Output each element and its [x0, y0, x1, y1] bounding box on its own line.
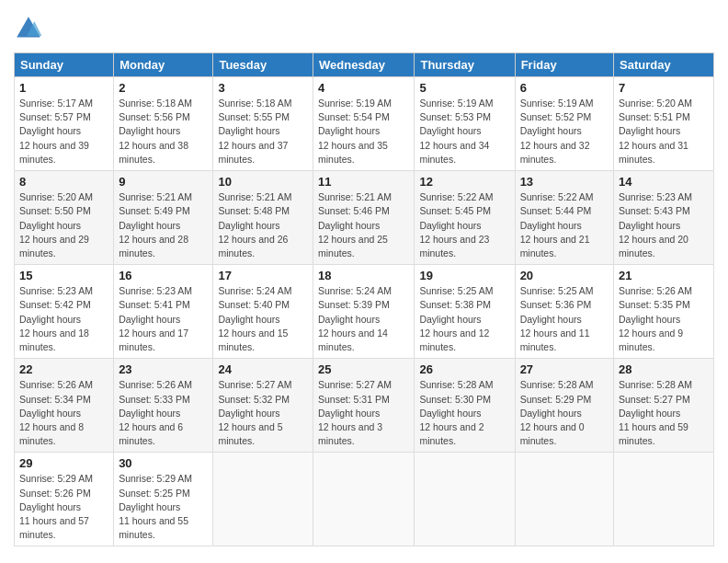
day-info: Sunrise: 5:23 AM Sunset: 5:43 PM Dayligh…	[619, 190, 709, 260]
day-number: 25	[318, 362, 409, 376]
calendar-cell: 25 Sunrise: 5:27 AM Sunset: 5:31 PM Dayl…	[313, 359, 415, 453]
calendar-week-row: 29 Sunrise: 5:29 AM Sunset: 5:26 PM Dayl…	[15, 453, 714, 546]
day-info: Sunrise: 5:23 AM Sunset: 5:42 PM Dayligh…	[19, 284, 108, 354]
day-info: Sunrise: 5:21 AM Sunset: 5:49 PM Dayligh…	[119, 190, 208, 260]
day-info: Sunrise: 5:23 AM Sunset: 5:41 PM Dayligh…	[119, 284, 208, 354]
day-number: 14	[619, 175, 709, 189]
calendar-cell: 22 Sunrise: 5:26 AM Sunset: 5:34 PM Dayl…	[15, 359, 114, 453]
day-number: 20	[520, 269, 609, 282]
calendar-cell	[515, 453, 613, 546]
day-number: 30	[119, 456, 208, 470]
calendar-cell: 24 Sunrise: 5:27 AM Sunset: 5:32 PM Dayl…	[213, 359, 313, 453]
day-number: 12	[419, 175, 509, 189]
day-info: Sunrise: 5:18 AM Sunset: 5:55 PM Dayligh…	[218, 97, 308, 167]
day-info: Sunrise: 5:19 AM Sunset: 5:53 PM Dayligh…	[419, 97, 509, 167]
day-info: Sunrise: 5:19 AM Sunset: 5:54 PM Dayligh…	[318, 97, 409, 167]
day-info: Sunrise: 5:29 AM Sunset: 5:26 PM Dayligh…	[19, 472, 108, 542]
calendar-cell: 26 Sunrise: 5:28 AM Sunset: 5:30 PM Dayl…	[415, 359, 515, 453]
day-info: Sunrise: 5:27 AM Sunset: 5:31 PM Dayligh…	[318, 378, 409, 448]
calendar-cell: 13 Sunrise: 5:22 AM Sunset: 5:44 PM Dayl…	[515, 171, 613, 265]
calendar-cell: 11 Sunrise: 5:21 AM Sunset: 5:46 PM Dayl…	[313, 171, 415, 265]
day-header: Tuesday	[213, 53, 313, 77]
calendar-cell: 14 Sunrise: 5:23 AM Sunset: 5:43 PM Dayl…	[614, 171, 714, 265]
day-header: Monday	[114, 53, 213, 77]
logo-icon	[14, 14, 43, 43]
day-number: 21	[619, 269, 709, 282]
calendar-cell: 29 Sunrise: 5:29 AM Sunset: 5:26 PM Dayl…	[15, 453, 114, 546]
day-number: 28	[619, 362, 709, 376]
calendar-header-row: SundayMondayTuesdayWednesdayThursdayFrid…	[15, 53, 714, 77]
calendar-week-row: 8 Sunrise: 5:20 AM Sunset: 5:50 PM Dayli…	[15, 171, 714, 265]
day-header: Sunday	[15, 53, 114, 77]
calendar-cell: 2 Sunrise: 5:18 AM Sunset: 5:56 PM Dayli…	[114, 77, 213, 171]
day-number: 19	[419, 269, 509, 282]
day-number: 23	[119, 362, 208, 376]
day-number: 27	[520, 362, 609, 376]
day-info: Sunrise: 5:22 AM Sunset: 5:44 PM Dayligh…	[520, 190, 609, 260]
day-info: Sunrise: 5:26 AM Sunset: 5:35 PM Dayligh…	[619, 284, 709, 354]
day-info: Sunrise: 5:18 AM Sunset: 5:56 PM Dayligh…	[119, 97, 208, 167]
day-info: Sunrise: 5:24 AM Sunset: 5:40 PM Dayligh…	[218, 284, 308, 354]
header	[14, 14, 714, 43]
calendar-cell	[213, 453, 313, 546]
calendar-cell	[313, 453, 415, 546]
day-info: Sunrise: 5:22 AM Sunset: 5:45 PM Dayligh…	[419, 190, 509, 260]
calendar-cell: 27 Sunrise: 5:28 AM Sunset: 5:29 PM Dayl…	[515, 359, 613, 453]
calendar-cell: 10 Sunrise: 5:21 AM Sunset: 5:48 PM Dayl…	[213, 171, 313, 265]
day-header: Thursday	[415, 53, 515, 77]
day-info: Sunrise: 5:29 AM Sunset: 5:25 PM Dayligh…	[119, 472, 208, 542]
calendar-cell: 4 Sunrise: 5:19 AM Sunset: 5:54 PM Dayli…	[313, 77, 415, 171]
day-header: Friday	[515, 53, 613, 77]
day-number: 8	[19, 175, 108, 189]
day-info: Sunrise: 5:28 AM Sunset: 5:27 PM Dayligh…	[619, 378, 709, 448]
day-number: 16	[119, 269, 208, 282]
calendar-cell: 17 Sunrise: 5:24 AM Sunset: 5:40 PM Dayl…	[213, 265, 313, 359]
calendar-cell: 28 Sunrise: 5:28 AM Sunset: 5:27 PM Dayl…	[614, 359, 714, 453]
day-header: Wednesday	[313, 53, 415, 77]
day-number: 2	[119, 81, 208, 95]
logo	[14, 14, 47, 43]
calendar-cell: 18 Sunrise: 5:24 AM Sunset: 5:39 PM Dayl…	[313, 265, 415, 359]
day-number: 26	[419, 362, 509, 376]
calendar-cell	[614, 453, 714, 546]
calendar-body: 1 Sunrise: 5:17 AM Sunset: 5:57 PM Dayli…	[15, 77, 714, 546]
day-number: 13	[520, 175, 609, 189]
calendar-week-row: 22 Sunrise: 5:26 AM Sunset: 5:34 PM Dayl…	[15, 359, 714, 453]
day-number: 1	[19, 81, 108, 95]
calendar-cell: 3 Sunrise: 5:18 AM Sunset: 5:55 PM Dayli…	[213, 77, 313, 171]
calendar-table: SundayMondayTuesdayWednesdayThursdayFrid…	[14, 52, 714, 546]
day-info: Sunrise: 5:20 AM Sunset: 5:50 PM Dayligh…	[19, 190, 108, 260]
day-number: 10	[218, 175, 308, 189]
calendar-cell: 7 Sunrise: 5:20 AM Sunset: 5:51 PM Dayli…	[614, 77, 714, 171]
day-info: Sunrise: 5:19 AM Sunset: 5:52 PM Dayligh…	[520, 97, 609, 167]
day-info: Sunrise: 5:25 AM Sunset: 5:38 PM Dayligh…	[419, 284, 509, 354]
calendar-cell: 1 Sunrise: 5:17 AM Sunset: 5:57 PM Dayli…	[15, 77, 114, 171]
day-info: Sunrise: 5:27 AM Sunset: 5:32 PM Dayligh…	[218, 378, 308, 448]
day-number: 6	[520, 81, 609, 95]
calendar-cell: 21 Sunrise: 5:26 AM Sunset: 5:35 PM Dayl…	[614, 265, 714, 359]
day-info: Sunrise: 5:26 AM Sunset: 5:33 PM Dayligh…	[119, 378, 208, 448]
calendar-cell: 8 Sunrise: 5:20 AM Sunset: 5:50 PM Dayli…	[15, 171, 114, 265]
day-info: Sunrise: 5:28 AM Sunset: 5:29 PM Dayligh…	[520, 378, 609, 448]
day-number: 18	[318, 269, 409, 282]
calendar-week-row: 15 Sunrise: 5:23 AM Sunset: 5:42 PM Dayl…	[15, 265, 714, 359]
day-info: Sunrise: 5:24 AM Sunset: 5:39 PM Dayligh…	[318, 284, 409, 354]
day-number: 7	[619, 81, 709, 95]
calendar-cell: 9 Sunrise: 5:21 AM Sunset: 5:49 PM Dayli…	[114, 171, 213, 265]
day-info: Sunrise: 5:20 AM Sunset: 5:51 PM Dayligh…	[619, 97, 709, 167]
day-number: 15	[19, 269, 108, 282]
day-header: Saturday	[614, 53, 714, 77]
calendar-cell: 30 Sunrise: 5:29 AM Sunset: 5:25 PM Dayl…	[114, 453, 213, 546]
day-number: 3	[218, 81, 308, 95]
calendar-cell: 5 Sunrise: 5:19 AM Sunset: 5:53 PM Dayli…	[415, 77, 515, 171]
calendar-cell	[415, 453, 515, 546]
day-number: 11	[318, 175, 409, 189]
day-number: 24	[218, 362, 308, 376]
day-number: 17	[218, 269, 308, 282]
day-info: Sunrise: 5:28 AM Sunset: 5:30 PM Dayligh…	[419, 378, 509, 448]
day-info: Sunrise: 5:21 AM Sunset: 5:46 PM Dayligh…	[318, 190, 409, 260]
calendar-week-row: 1 Sunrise: 5:17 AM Sunset: 5:57 PM Dayli…	[15, 77, 714, 171]
page: SundayMondayTuesdayWednesdayThursdayFrid…	[0, 0, 728, 563]
calendar-cell: 15 Sunrise: 5:23 AM Sunset: 5:42 PM Dayl…	[15, 265, 114, 359]
day-info: Sunrise: 5:25 AM Sunset: 5:36 PM Dayligh…	[520, 284, 609, 354]
